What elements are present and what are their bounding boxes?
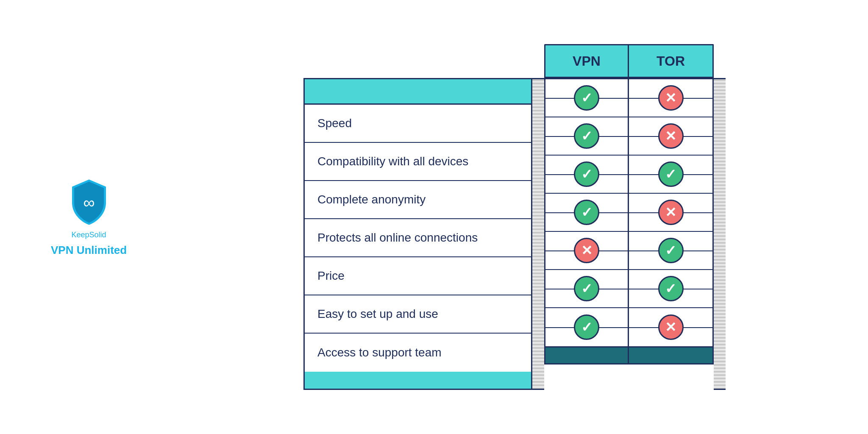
feature-cell: Price [305, 257, 531, 295]
tor-footer [629, 348, 714, 364]
cross-icon: ✕ [658, 200, 684, 225]
feature-cell: Complete anonymity [305, 181, 531, 219]
feature-cell: Easy to set up and use [305, 295, 531, 334]
comparison-table: VPN TOR SpeedCompatibility with all devi… [303, 44, 726, 390]
check-icon: ✓ [658, 238, 684, 263]
column-headers: VPN TOR [303, 44, 726, 78]
feature-cell: Access to support team [305, 334, 531, 372]
right-separator [714, 78, 726, 390]
table-body: SpeedCompatibility with all devicesCompl… [303, 78, 726, 390]
cross-icon: ✕ [658, 123, 684, 149]
page-wrapper: ∞ KeepSolid VPN Unlimited VPN TOR [0, 0, 868, 434]
vpn-footer [544, 348, 629, 364]
check-icon: ✓ [658, 161, 684, 187]
tor-check-cell: ✕ [629, 79, 712, 117]
check-icon: ✓ [574, 161, 599, 187]
tor-check-cell: ✕ [629, 308, 712, 346]
tor-check-cell: ✕ [629, 194, 712, 232]
feature-label: Easy to set up and use [317, 307, 438, 321]
vpn-column-header: VPN [544, 44, 629, 78]
feature-label: Compatibility with all devices [317, 155, 468, 168]
keepsolid-logo-icon: ∞ [68, 178, 110, 226]
vpn-check-cell: ✕ [545, 232, 628, 270]
feature-cell: Speed [305, 105, 531, 143]
cross-icon: ✕ [574, 238, 599, 263]
feature-label: Complete anonymity [317, 193, 426, 206]
cross-icon: ✕ [658, 314, 684, 340]
svg-text:∞: ∞ [83, 194, 95, 211]
tor-check-cell: ✓ [629, 270, 712, 308]
feature-cell: Compatibility with all devices [305, 143, 531, 181]
check-icon: ✓ [574, 276, 599, 301]
left-separator [532, 78, 544, 390]
features-column: SpeedCompatibility with all devicesCompl… [303, 78, 532, 390]
check-icon: ✓ [574, 123, 599, 149]
vpn-column: ✓✓✓✓✕✓✓ [544, 78, 629, 390]
keepsolid-label: KeepSolid [72, 231, 106, 239]
tor-header-label: TOR [657, 53, 685, 69]
feature-rows: SpeedCompatibility with all devicesCompl… [305, 105, 531, 372]
features-footer [305, 372, 531, 389]
feature-label: Speed [317, 117, 352, 130]
check-icon: ✓ [574, 314, 599, 340]
vpn-check-cell: ✓ [545, 156, 628, 194]
tor-check-cell: ✕ [629, 117, 712, 156]
check-icon: ✓ [658, 276, 684, 301]
logo-area: ∞ KeepSolid VPN Unlimited [51, 178, 127, 257]
tor-column-header: TOR [629, 44, 714, 78]
vpn-check-cell: ✓ [545, 308, 628, 346]
features-header [305, 79, 531, 105]
feature-label: Access to support team [317, 346, 442, 359]
vpn-check-cell: ✓ [545, 270, 628, 308]
tor-column: ✕✕✓✕✓✓✕ [629, 78, 714, 390]
feature-label: Price [317, 269, 345, 283]
feature-label: Protects all online connections [317, 231, 478, 245]
vpn-check-cell: ✓ [545, 194, 628, 232]
vpn-unlimited-label: VPN Unlimited [51, 244, 127, 257]
check-icon: ✓ [574, 200, 599, 225]
check-icon: ✓ [574, 85, 599, 111]
vpn-header-label: VPN [573, 53, 601, 69]
tor-check-cell: ✓ [629, 232, 712, 270]
vpn-check-cell: ✓ [545, 117, 628, 156]
feature-cell: Protects all online connections [305, 219, 531, 257]
vpn-check-cell: ✓ [545, 79, 628, 117]
cross-icon: ✕ [658, 85, 684, 111]
tor-check-cell: ✓ [629, 156, 712, 194]
